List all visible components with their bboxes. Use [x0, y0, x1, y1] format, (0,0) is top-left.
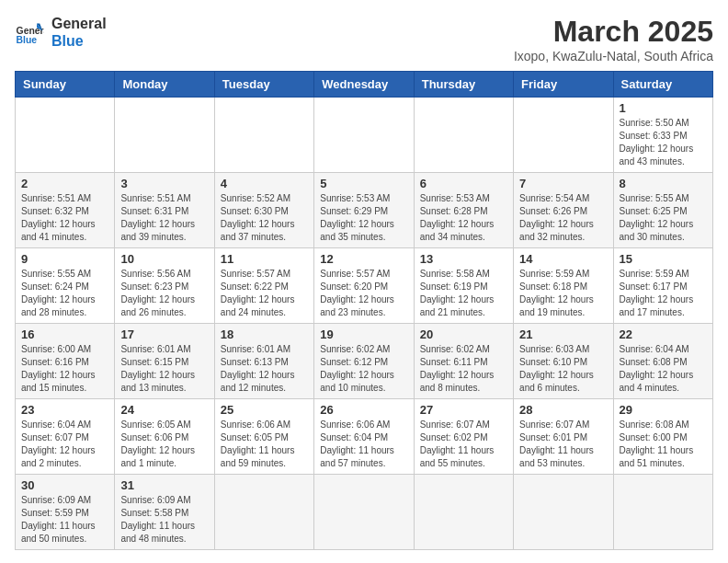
calendar-cell: 15Sunrise: 5:59 AM Sunset: 6:17 PM Dayli… — [613, 248, 712, 324]
weekday-header-row: SundayMondayTuesdayWednesdayThursdayFrid… — [16, 72, 713, 98]
day-info: Sunrise: 5:55 AM Sunset: 6:25 PM Dayligh… — [620, 192, 707, 244]
day-info: Sunrise: 6:07 AM Sunset: 6:02 PM Dayligh… — [420, 419, 507, 470]
calendar-cell — [214, 475, 313, 550]
day-info: Sunrise: 5:59 AM Sunset: 6:18 PM Dayligh… — [519, 268, 607, 319]
day-info: Sunrise: 6:09 AM Sunset: 5:59 PM Dayligh… — [21, 494, 108, 546]
day-info: Sunrise: 6:09 AM Sunset: 5:58 PM Dayligh… — [120, 494, 208, 546]
location-title: Ixopo, KwaZulu-Natal, South Africa — [514, 49, 713, 63]
day-number: 15 — [620, 252, 707, 266]
weekday-header-wednesday: Wednesday — [314, 72, 414, 98]
calendar-table: SundayMondayTuesdayWednesdayThursdayFrid… — [15, 71, 713, 550]
calendar-cell — [613, 475, 712, 550]
calendar-cell: 13Sunrise: 5:58 AM Sunset: 6:19 PM Dayli… — [414, 248, 513, 324]
calendar-cell: 23Sunrise: 6:04 AM Sunset: 6:07 PM Dayli… — [16, 399, 115, 475]
calendar-cell — [314, 98, 414, 173]
calendar-cell — [214, 98, 313, 173]
day-info: Sunrise: 6:02 AM Sunset: 6:11 PM Dayligh… — [420, 343, 507, 395]
day-info: Sunrise: 5:53 AM Sunset: 6:29 PM Dayligh… — [320, 192, 407, 244]
month-title: March 2025 — [514, 15, 713, 49]
calendar-cell — [115, 98, 214, 173]
calendar-week-2: 2Sunrise: 5:51 AM Sunset: 6:32 PM Daylig… — [16, 173, 713, 248]
logo: General Blue General Blue — [15, 15, 107, 50]
calendar-cell: 6Sunrise: 5:53 AM Sunset: 6:28 PM Daylig… — [414, 173, 513, 248]
day-info: Sunrise: 5:57 AM Sunset: 6:22 PM Dayligh… — [221, 268, 308, 319]
day-info: Sunrise: 6:02 AM Sunset: 6:12 PM Dayligh… — [320, 343, 407, 395]
day-number: 12 — [320, 252, 407, 266]
calendar-cell: 25Sunrise: 6:06 AM Sunset: 6:05 PM Dayli… — [214, 399, 313, 475]
day-info: Sunrise: 5:59 AM Sunset: 6:17 PM Dayligh… — [620, 268, 707, 319]
calendar-week-6: 30Sunrise: 6:09 AM Sunset: 5:59 PM Dayli… — [16, 475, 713, 550]
day-number: 2 — [21, 177, 108, 190]
day-number: 19 — [320, 327, 407, 341]
calendar-cell: 19Sunrise: 6:02 AM Sunset: 6:12 PM Dayli… — [314, 324, 414, 399]
day-number: 20 — [420, 327, 507, 341]
day-info: Sunrise: 6:04 AM Sunset: 6:08 PM Dayligh… — [620, 343, 707, 395]
day-number: 4 — [221, 177, 308, 190]
day-number: 18 — [221, 327, 308, 341]
calendar-cell: 27Sunrise: 6:07 AM Sunset: 6:02 PM Dayli… — [414, 399, 513, 475]
calendar-cell — [514, 475, 613, 550]
svg-text:Blue: Blue — [17, 35, 38, 45]
calendar-cell: 8Sunrise: 5:55 AM Sunset: 6:25 PM Daylig… — [613, 173, 712, 248]
day-number: 22 — [620, 327, 707, 341]
day-number: 31 — [120, 478, 208, 492]
calendar-week-1: 1Sunrise: 5:50 AM Sunset: 6:33 PM Daylig… — [16, 98, 713, 173]
day-number: 1 — [620, 101, 707, 115]
day-info: Sunrise: 5:51 AM Sunset: 6:31 PM Dayligh… — [120, 192, 208, 244]
calendar-week-4: 16Sunrise: 6:00 AM Sunset: 6:16 PM Dayli… — [16, 324, 713, 399]
day-number: 21 — [519, 327, 607, 341]
day-number: 6 — [420, 177, 507, 190]
calendar-cell: 12Sunrise: 5:57 AM Sunset: 6:20 PM Dayli… — [314, 248, 414, 324]
day-info: Sunrise: 6:07 AM Sunset: 6:01 PM Dayligh… — [519, 419, 607, 470]
calendar-cell — [314, 475, 414, 550]
day-number: 28 — [519, 403, 607, 417]
calendar-cell — [514, 98, 613, 173]
day-number: 29 — [620, 403, 707, 417]
calendar-cell: 5Sunrise: 5:53 AM Sunset: 6:29 PM Daylig… — [314, 173, 414, 248]
title-area: March 2025 Ixopo, KwaZulu-Natal, South A… — [514, 15, 713, 63]
day-number: 10 — [120, 252, 208, 266]
weekday-header-saturday: Saturday — [613, 72, 712, 98]
day-number: 14 — [519, 252, 607, 266]
calendar-cell: 10Sunrise: 5:56 AM Sunset: 6:23 PM Dayli… — [115, 248, 214, 324]
calendar-cell: 18Sunrise: 6:01 AM Sunset: 6:13 PM Dayli… — [214, 324, 313, 399]
day-number: 8 — [620, 177, 707, 190]
day-info: Sunrise: 5:51 AM Sunset: 6:32 PM Dayligh… — [21, 192, 108, 244]
day-info: Sunrise: 6:06 AM Sunset: 6:04 PM Dayligh… — [320, 419, 407, 470]
day-info: Sunrise: 6:04 AM Sunset: 6:07 PM Dayligh… — [21, 419, 108, 470]
day-number: 24 — [120, 403, 208, 417]
page-header: General Blue General Blue March 2025 Ixo… — [15, 15, 713, 63]
day-info: Sunrise: 5:54 AM Sunset: 6:26 PM Dayligh… — [519, 192, 607, 244]
weekday-header-thursday: Thursday — [414, 72, 513, 98]
day-info: Sunrise: 5:57 AM Sunset: 6:20 PM Dayligh… — [320, 268, 407, 319]
calendar-cell: 21Sunrise: 6:03 AM Sunset: 6:10 PM Dayli… — [514, 324, 613, 399]
calendar-cell: 11Sunrise: 5:57 AM Sunset: 6:22 PM Dayli… — [214, 248, 313, 324]
calendar-cell: 28Sunrise: 6:07 AM Sunset: 6:01 PM Dayli… — [514, 399, 613, 475]
calendar-cell: 30Sunrise: 6:09 AM Sunset: 5:59 PM Dayli… — [16, 475, 115, 550]
day-info: Sunrise: 5:55 AM Sunset: 6:24 PM Dayligh… — [21, 268, 108, 319]
calendar-cell: 3Sunrise: 5:51 AM Sunset: 6:31 PM Daylig… — [115, 173, 214, 248]
calendar-cell: 26Sunrise: 6:06 AM Sunset: 6:04 PM Dayli… — [314, 399, 414, 475]
calendar-cell — [414, 98, 513, 173]
weekday-header-tuesday: Tuesday — [214, 72, 313, 98]
calendar-week-3: 9Sunrise: 5:55 AM Sunset: 6:24 PM Daylig… — [16, 248, 713, 324]
calendar-cell: 16Sunrise: 6:00 AM Sunset: 6:16 PM Dayli… — [16, 324, 115, 399]
calendar-cell: 17Sunrise: 6:01 AM Sunset: 6:15 PM Dayli… — [115, 324, 214, 399]
day-info: Sunrise: 5:56 AM Sunset: 6:23 PM Dayligh… — [120, 268, 208, 319]
calendar-cell: 29Sunrise: 6:08 AM Sunset: 6:00 PM Dayli… — [613, 399, 712, 475]
logo-general-text: General — [51, 15, 107, 32]
day-info: Sunrise: 6:05 AM Sunset: 6:06 PM Dayligh… — [120, 419, 208, 470]
day-number: 23 — [21, 403, 108, 417]
day-info: Sunrise: 5:50 AM Sunset: 6:33 PM Dayligh… — [620, 117, 707, 168]
logo-blue-text: Blue — [51, 32, 107, 50]
day-number: 16 — [21, 327, 108, 341]
weekday-header-monday: Monday — [115, 72, 214, 98]
day-number: 9 — [21, 252, 108, 266]
day-info: Sunrise: 6:08 AM Sunset: 6:00 PM Dayligh… — [620, 419, 707, 470]
day-info: Sunrise: 6:01 AM Sunset: 6:13 PM Dayligh… — [221, 343, 308, 395]
calendar-cell: 31Sunrise: 6:09 AM Sunset: 5:58 PM Dayli… — [115, 475, 214, 550]
calendar-cell: 14Sunrise: 5:59 AM Sunset: 6:18 PM Dayli… — [514, 248, 613, 324]
calendar-cell: 9Sunrise: 5:55 AM Sunset: 6:24 PM Daylig… — [16, 248, 115, 324]
day-number: 5 — [320, 177, 407, 190]
logo-icon: General Blue — [15, 17, 44, 47]
